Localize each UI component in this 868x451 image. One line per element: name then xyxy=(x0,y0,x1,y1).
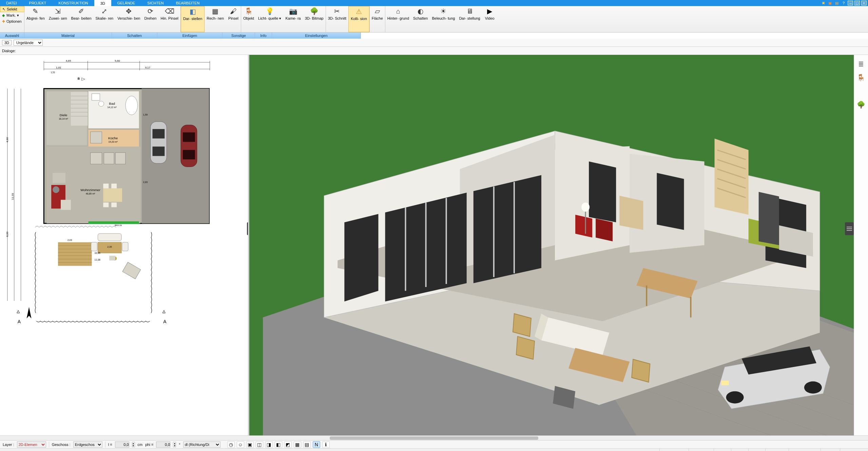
grid-icon[interactable]: ▤ xyxy=(303,441,311,448)
settings-icon[interactable]: ▣ xyxy=(827,1,833,5)
mark-tool[interactable]: ◆Mark.▾ xyxy=(0,12,24,18)
svg-rect-75 xyxy=(98,233,121,241)
tree-tool-icon[interactable]: 🌳 xyxy=(857,100,866,109)
btn-zuweisen[interactable]: ⇲Zuwei- sen xyxy=(47,6,69,32)
play-icon: ▶ xyxy=(485,7,495,16)
btn-bearbeiten[interactable]: ✐Bear- beiten xyxy=(69,6,94,32)
btn-video[interactable]: ▶Video xyxy=(482,6,497,32)
svg-rect-60 xyxy=(181,125,197,167)
layer-label: Layer : xyxy=(3,443,14,447)
hatch-icon[interactable]: ▦ xyxy=(294,441,301,448)
view3d-svg xyxy=(249,55,854,435)
label-schatten: Schatten xyxy=(112,33,157,39)
svg-text:6,00: 6,00 xyxy=(6,231,9,237)
geschoss-label: Geschoss : xyxy=(52,443,71,447)
viewport-2d[interactable]: 4,65 5,60 1,01 9,17 1,51 B 4,90 6,00 11,… xyxy=(0,55,249,435)
tab-3d[interactable]: 3D xyxy=(94,0,111,6)
layer-icon-1[interactable]: ◨ xyxy=(265,441,273,448)
phi-stepper[interactable]: ▲▼ xyxy=(173,442,176,447)
hscroll-thumb[interactable] xyxy=(330,436,538,440)
folder-icon[interactable]: ▤ xyxy=(834,1,840,5)
selekt-tool[interactable]: ↖Selekt xyxy=(0,6,24,12)
btn-3d-bitmap[interactable]: 🌳3D- Bitmap xyxy=(303,6,326,32)
btn-skalieren[interactable]: ⤢Skalie- ren xyxy=(94,6,116,32)
btn-objekt[interactable]: 🪑Objekt xyxy=(241,6,256,32)
l-input[interactable] xyxy=(115,442,129,448)
phi-input[interactable] xyxy=(156,442,170,448)
btn-beleuchtung[interactable]: ☀Beleuch- tung xyxy=(430,6,457,32)
btn-lichtquelle[interactable]: 💡Licht- quelle ▾ xyxy=(256,6,283,32)
btn-darstellung[interactable]: 🖥Dar- stellung xyxy=(457,6,482,32)
furniture-icon[interactable]: 🪑 xyxy=(857,73,866,82)
btn-hinpinsel[interactable]: ⌫Hin. Pinsel xyxy=(158,6,180,32)
tab-projekt[interactable]: PROJEKT xyxy=(23,0,53,6)
label-einfuegen: Einfügen xyxy=(157,33,223,39)
svg-rect-78 xyxy=(122,242,128,251)
svg-point-140 xyxy=(804,382,822,394)
pane-splitter[interactable] xyxy=(247,222,249,235)
window-minimize[interactable]: ‒ xyxy=(848,1,853,5)
calc-icon: ▦ xyxy=(211,7,220,16)
btn-kamera[interactable]: 📷Kame- ra xyxy=(283,6,303,32)
svg-text:1,59: 1,59 xyxy=(143,114,148,116)
label-einstellungen: Einstellungen xyxy=(272,33,361,39)
btn-schatten-settings[interactable]: ◐Schatten xyxy=(411,6,430,32)
svg-text:11,08: 11,08 xyxy=(94,259,100,261)
palette-icon[interactable] xyxy=(857,87,866,96)
user-icon[interactable]: ☺ xyxy=(237,441,244,448)
optionen-tool[interactable]: ✚Optionen xyxy=(0,18,24,24)
label-material: Material xyxy=(24,33,112,39)
status-unit: Zentimeter xyxy=(789,449,812,451)
geschoss-select[interactable]: Erdgeschos xyxy=(73,442,102,448)
tool-icon[interactable]: ✖ xyxy=(821,1,826,5)
svg-point-120 xyxy=(581,203,590,212)
layers-icon[interactable]: ≣ xyxy=(857,60,866,68)
tab-konstruktion[interactable]: KONSTRUKTION xyxy=(52,0,94,6)
ribbon-group-einfuegen: 🪑Objekt 💡Licht- quelle ▾ 📷Kame- ra 🌳3D- … xyxy=(241,6,326,32)
tab-datei[interactable]: DATEI xyxy=(0,0,23,6)
svg-text:1,51: 1,51 xyxy=(51,71,55,74)
svg-point-139 xyxy=(726,391,744,404)
info-icon[interactable]: ℹ xyxy=(322,441,330,448)
clock-icon[interactable]: ◷ xyxy=(227,441,235,448)
layer-icon-3[interactable]: ◩ xyxy=(284,441,292,448)
svg-rect-52 xyxy=(111,184,117,188)
svg-rect-45 xyxy=(115,152,126,164)
btn-hintergrund[interactable]: ⌂Hinter- grund xyxy=(385,6,411,32)
layer-select[interactable]: 2D-Elemen xyxy=(17,442,46,448)
dialoge-label: Dialoge: xyxy=(2,49,16,53)
l-stepper[interactable]: ▲▼ xyxy=(132,442,135,447)
sidebar-handle[interactable] xyxy=(845,222,854,235)
camera-tool-icon[interactable]: ▣ xyxy=(246,441,254,448)
mode-label: 3D xyxy=(2,40,12,45)
btn-kollision[interactable]: ⚠Kolli- sion xyxy=(348,6,369,32)
window-maximize[interactable]: □ xyxy=(854,1,860,5)
overlay-icon[interactable]: ◫ xyxy=(256,441,263,448)
svg-marker-119 xyxy=(596,219,613,241)
svg-rect-49 xyxy=(61,200,71,210)
bulb-icon: 💡 xyxy=(265,7,274,16)
north-icon[interactable]: N xyxy=(313,441,320,448)
window-close[interactable]: × xyxy=(861,1,867,5)
viewport-3d[interactable] xyxy=(249,55,854,435)
status-scale: 1:100 xyxy=(765,449,780,451)
btn-pinsel[interactable]: 🖌Pinsel xyxy=(226,6,241,32)
help-icon[interactable]: ? xyxy=(841,1,846,5)
status-flags: UF NUM RF xyxy=(840,449,866,451)
terrain-select[interactable]: Urgelände xyxy=(14,40,43,46)
btn-darstellen[interactable]: ◧Dar- stellen xyxy=(181,6,205,32)
bottom-icon-tools: ◷ ☺ ▣ ◫ ◨ ◧ ◩ ▦ ▤ N ℹ xyxy=(227,441,330,448)
btn-3d-schnitt[interactable]: ✂3D- Schnitt xyxy=(326,6,348,32)
btn-flaeche[interactable]: ▱Fläche xyxy=(370,6,385,32)
btn-abgreifen[interactable]: ✎Abgrei- fen xyxy=(24,6,47,32)
svg-marker-88 xyxy=(17,310,20,313)
direction-select[interactable]: dl (Richtung/Di xyxy=(183,442,220,448)
layer-icon-2[interactable]: ◧ xyxy=(275,441,282,448)
btn-verschieben[interactable]: ✥Verschie- ben xyxy=(115,6,142,32)
hscroll-2d[interactable] xyxy=(0,435,868,440)
tab-gelaende[interactable]: GELÄNDE xyxy=(111,0,141,6)
btn-drehen[interactable]: ⟳Drehen xyxy=(142,6,158,32)
tab-sichten[interactable]: SICHTEN xyxy=(141,0,170,6)
tab-bearbeiten[interactable]: BEARBEITEN xyxy=(170,0,206,6)
btn-rechnen[interactable]: ▦Rech- nen xyxy=(205,6,226,32)
